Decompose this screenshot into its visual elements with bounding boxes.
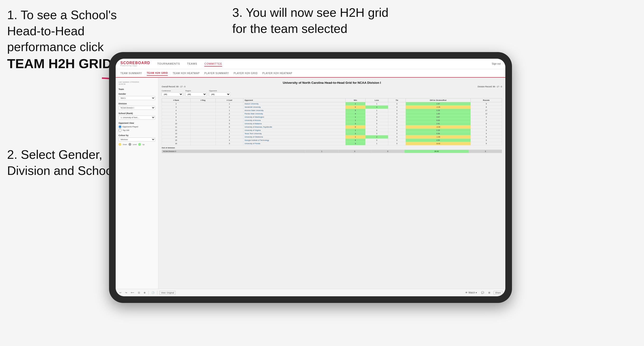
cell-diff: -6.42	[406, 142, 470, 145]
cell-conf: 4	[216, 139, 243, 142]
cell-conf: 3	[216, 119, 243, 122]
clock-icon[interactable]: 🕐	[150, 291, 155, 294]
h2h-table: # Rank # Reg # Conf Opponent Win Loss Ti…	[162, 98, 502, 145]
sub-nav-team-summary[interactable]: TEAM SUMMARY	[120, 71, 142, 75]
cell-opponent[interactable]: University of Oklahoma	[243, 135, 345, 139]
sub-nav-player-h2h-heatmap[interactable]: PLAYER H2H HEATMAP	[262, 71, 292, 75]
radio-opponents-played[interactable]: Opponents Played	[118, 125, 155, 128]
cell-conf: 5	[216, 122, 243, 125]
cell-opponent[interactable]: Florida State University	[243, 112, 345, 116]
region-filter-label: Region	[185, 90, 207, 92]
cell-opponent[interactable]: University of Washington	[243, 116, 345, 119]
out-of-division-label: Out of division	[162, 147, 502, 149]
sidebar-school-label: School (Rank)	[118, 112, 155, 115]
cell-diff: 2.33	[406, 129, 470, 132]
grid-view-button[interactable]: ⊞	[487, 291, 491, 294]
opponent-filter-select[interactable]: (All)	[209, 92, 230, 96]
sub-nav: TEAM SUMMARY TEAM H2H GRID TEAM H2H HEAT…	[116, 69, 505, 78]
radio-top100[interactable]: Top 100	[118, 129, 155, 132]
cell-opponent[interactable]: Arizona State University	[243, 109, 345, 112]
sub-nav-player-summary[interactable]: PLAYER SUMMARY	[204, 71, 229, 75]
cell-reg	[190, 119, 216, 122]
cell-reg	[190, 139, 216, 142]
cell-conf: 2	[216, 116, 243, 119]
school-select[interactable]: 1. University of Nort...	[118, 116, 155, 120]
cell-reg	[190, 122, 216, 125]
gender-select[interactable]: Men's	[118, 96, 155, 100]
cell-rank: 12	[162, 129, 190, 132]
back-button[interactable]: ⟵	[130, 291, 135, 294]
sub-nav-team-h2h-heatmap[interactable]: TEAM H2H HEATMAP	[172, 71, 200, 75]
cell-opponent[interactable]: University of Alabama	[243, 122, 345, 125]
cell-opponent[interactable]: Auburn University	[243, 102, 345, 106]
cell-rounds: 9	[471, 102, 502, 106]
cell-rounds: 9	[471, 139, 502, 142]
cell-loss: 0	[365, 119, 388, 122]
sidebar-opponent-view-label: Opponent View	[118, 122, 155, 124]
table-row: 2 1 Auburn University 2 1 0 1.67 9	[162, 102, 502, 106]
cell-opponent[interactable]: University of Arizona	[243, 119, 345, 122]
cell-win: 0	[346, 106, 366, 109]
sign-out-button[interactable]: Sign out	[492, 62, 500, 65]
nav-committee[interactable]: COMMITTEE	[204, 61, 222, 66]
cell-win: 1	[346, 135, 366, 139]
undo-button[interactable]: ↩	[118, 291, 122, 294]
crop-button[interactable]: ⊡	[137, 291, 141, 294]
cell-rank: 11	[162, 125, 190, 129]
cell-rank: 6	[162, 112, 190, 116]
cell-reg	[190, 129, 216, 132]
cell-tie: 0	[388, 125, 406, 129]
cell-rounds: 9	[471, 142, 502, 145]
colour-select[interactable]: Win/loss	[118, 138, 155, 142]
cell-opponent[interactable]: Georgia Institute of Technology	[243, 139, 345, 142]
col-rank: # Rank	[162, 98, 190, 102]
opponent-view-radio-group: Opponents Played Top 100	[118, 125, 155, 132]
division-select[interactable]: NCAA Division I	[118, 106, 155, 110]
redo-button[interactable]: ↪	[124, 291, 128, 294]
cell-rank: 10	[162, 122, 190, 125]
cell-diff: -2.29	[406, 106, 470, 109]
nav-tournaments[interactable]: TOURNAMENTS	[158, 61, 180, 66]
table-row: 9 3 University of Arizona 1 0 0 9.00 2	[162, 119, 502, 122]
sidebar-gender-label: Gender	[118, 93, 155, 95]
cell-reg	[190, 135, 216, 139]
filters-row: Conference (All) Region (All) Opponent	[162, 90, 502, 96]
cell-opponent[interactable]: University of Florida	[243, 142, 345, 145]
cell-rounds: 9	[471, 132, 502, 135]
cell-opponent[interactable]: Texas Tech University	[243, 132, 345, 135]
cell-opponent[interactable]: University of Virginia	[243, 129, 345, 132]
conference-filter-select[interactable]: (All)	[162, 92, 183, 96]
cell-reg	[190, 132, 216, 135]
table-row: 4 1 Arizona State University 5 1 0 2.29 …	[162, 109, 502, 112]
sub-nav-player-h2h-grid[interactable]: PLAYER H2H GRID	[234, 71, 258, 75]
opponent-filter-group: Opponent (All)	[209, 90, 230, 96]
out-div-tie: 0	[371, 150, 404, 153]
comment-button[interactable]: 💬	[480, 291, 485, 294]
zoom-button[interactable]: ⊕	[143, 291, 146, 294]
cell-opponent[interactable]: Vanderbilt University	[243, 106, 345, 109]
view-original-button[interactable]: View: Original	[159, 291, 176, 295]
cell-rank: 3	[162, 106, 190, 109]
watch-button[interactable]: 👁 Watch ▾	[464, 291, 478, 294]
division-record: Division Record: 88 - 17 - 0	[478, 85, 502, 88]
cell-rank: 4	[162, 109, 190, 112]
nav-teams[interactable]: TEAMS	[187, 61, 197, 66]
region-filter-select[interactable]: (All)	[185, 92, 207, 96]
cell-diff: 5.56	[406, 132, 470, 135]
cell-opponent[interactable]: University of Arkansas, Fayetteville	[243, 125, 345, 129]
col-opponent: Opponent	[243, 98, 345, 102]
cell-loss: 0	[365, 129, 388, 132]
cell-tie: 0	[388, 132, 406, 135]
bottom-toolbar: ↩ ↪ ⟵ ⊡ ⊕ 🕐 View: Original 👁 Watch ▾ 💬 ⊞…	[116, 289, 505, 296]
cell-diff: 9.00	[406, 119, 470, 122]
cell-loss: 0	[365, 132, 388, 135]
cell-tie: 0	[388, 135, 406, 139]
cell-rank: 16	[162, 142, 190, 145]
cell-rounds: 3	[471, 116, 502, 119]
app-logo: SCOREBOARD Powered by clippi	[120, 61, 150, 67]
cell-conf: 1	[216, 102, 243, 106]
table-row: 15 4 Georgia Institute of Technology 6 0…	[162, 139, 502, 142]
grid-records: Overall Record: 89 - 17 - 0 Division Rec…	[162, 85, 502, 88]
share-button[interactable]: Share	[494, 291, 502, 295]
sub-nav-team-h2h-grid[interactable]: TEAM H2H GRID	[147, 71, 168, 76]
